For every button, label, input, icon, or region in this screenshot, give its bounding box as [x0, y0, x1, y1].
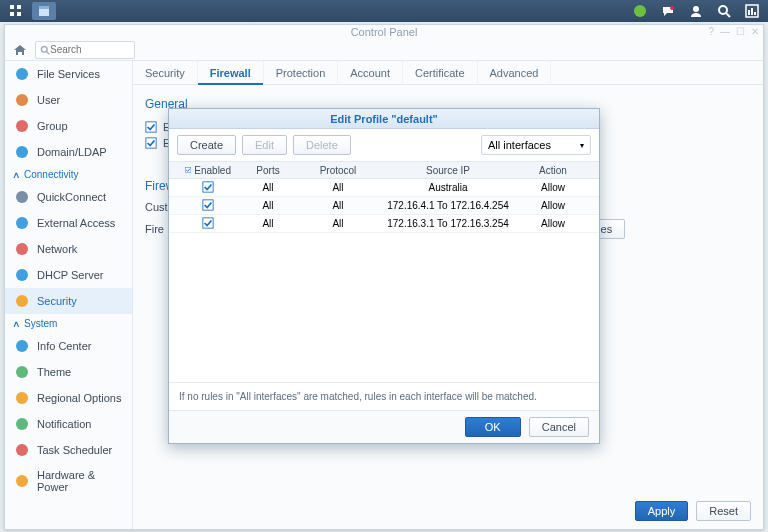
sidebar-item-label: Regional Options: [37, 392, 121, 404]
cell-action: Allow: [523, 218, 583, 229]
apply-button[interactable]: Apply: [635, 501, 689, 521]
maximize-icon[interactable]: ☐: [736, 25, 745, 39]
dashboard-icon[interactable]: [740, 2, 764, 20]
window-title-bar: Control Panel ? — ☐ ✕: [5, 25, 763, 39]
sidebar-item-domain-ldap[interactable]: Domain/LDAP: [5, 139, 132, 165]
cell-action: Allow: [523, 200, 583, 211]
svg-point-15: [41, 46, 47, 52]
cancel-button[interactable]: Cancel: [529, 417, 589, 437]
quickconnect-icon: [15, 190, 29, 204]
sidebar-item-theme[interactable]: Theme: [5, 359, 132, 385]
col-ports: Ports: [233, 165, 303, 176]
search-box[interactable]: [35, 41, 135, 59]
sidebar-item-user[interactable]: User: [5, 87, 132, 113]
table-row[interactable]: AllAllAustraliaAllow: [169, 179, 599, 197]
sidebar-item-task-scheduler[interactable]: Task Scheduler: [5, 437, 132, 463]
sidebar-category[interactable]: Connectivity: [5, 165, 132, 184]
checkbox-checked-icon[interactable]: [202, 181, 214, 193]
apps-grid-icon[interactable]: [4, 2, 28, 20]
tab-certificate[interactable]: Certificate: [403, 61, 478, 84]
cell-protocol: All: [303, 200, 373, 211]
svg-rect-35: [203, 181, 213, 191]
tab-advanced[interactable]: Advanced: [478, 61, 552, 84]
task-icon: [15, 443, 29, 457]
svg-rect-3: [17, 12, 21, 16]
dhcp-icon: [15, 268, 29, 282]
svg-rect-12: [748, 10, 750, 15]
info-icon: [15, 339, 29, 353]
table-row[interactable]: AllAll172.16.4.1 To 172.16.4.254Allow: [169, 197, 599, 215]
sidebar-category[interactable]: System: [5, 314, 132, 333]
sidebar-item-label: QuickConnect: [37, 191, 106, 203]
svg-point-29: [16, 418, 28, 430]
checkbox-checked-icon: [145, 121, 157, 133]
sidebar-item-label: Hardware & Power: [37, 469, 122, 493]
sidebar-item-network[interactable]: Network: [5, 236, 132, 262]
svg-point-7: [670, 6, 674, 10]
search-icon: [40, 45, 50, 55]
interface-select-value: All interfaces: [488, 139, 551, 151]
chat-icon[interactable]: [656, 2, 680, 20]
svg-point-20: [16, 146, 28, 158]
sidebar-item-file-services[interactable]: File Services: [5, 61, 132, 87]
status-leaf-icon[interactable]: [628, 2, 652, 20]
svg-line-16: [46, 51, 49, 54]
svg-rect-33: [146, 138, 156, 148]
sidebar-item-security[interactable]: Security: [5, 288, 132, 314]
sidebar-item-notification[interactable]: Notification: [5, 411, 132, 437]
svg-point-17: [16, 68, 28, 80]
checkbox-checked-icon[interactable]: [202, 217, 214, 229]
sidebar-item-quickconnect[interactable]: QuickConnect: [5, 184, 132, 210]
sidebar-item-label: DHCP Server: [37, 269, 103, 281]
app-task-icon[interactable]: [32, 2, 56, 20]
sidebar[interactable]: File ServicesUserGroupDomain/LDAPConnect…: [5, 61, 133, 529]
checkbox-checked-icon[interactable]: [202, 199, 214, 211]
table-row[interactable]: AllAll172.16.3.1 To 172.16.3.254Allow: [169, 215, 599, 233]
home-icon[interactable]: [11, 41, 29, 59]
sidebar-item-label: Network: [37, 243, 77, 255]
cell-ports: All: [233, 218, 303, 229]
svg-point-23: [16, 243, 28, 255]
tab-security[interactable]: Security: [133, 61, 198, 84]
sidebar-item-group[interactable]: Group: [5, 113, 132, 139]
sidebar-item-label: Task Scheduler: [37, 444, 112, 456]
search-input[interactable]: [50, 44, 120, 55]
sidebar-item-label: Domain/LDAP: [37, 146, 107, 158]
ok-button[interactable]: OK: [465, 417, 521, 437]
regional-icon: [15, 391, 29, 405]
create-button[interactable]: Create: [177, 135, 236, 155]
minimize-icon[interactable]: —: [720, 25, 730, 39]
notification-icon: [15, 417, 29, 431]
checkbox-checked-icon[interactable]: [185, 164, 191, 176]
sidebar-item-label: Notification: [37, 418, 91, 430]
user-icon: [15, 93, 29, 107]
cell-protocol: All: [303, 182, 373, 193]
svg-point-21: [16, 191, 28, 203]
edit-button[interactable]: Edit: [242, 135, 287, 155]
col-source: Source IP: [373, 165, 523, 176]
search-icon[interactable]: [712, 2, 736, 20]
delete-button[interactable]: Delete: [293, 135, 351, 155]
svg-point-18: [16, 94, 28, 106]
cell-ports: All: [233, 200, 303, 211]
reset-button[interactable]: Reset: [696, 501, 751, 521]
sidebar-item-label: Info Center: [37, 340, 91, 352]
sidebar-item-regional-options[interactable]: Regional Options: [5, 385, 132, 411]
tab-account[interactable]: Account: [338, 61, 403, 84]
user-icon[interactable]: [684, 2, 708, 20]
svg-point-27: [16, 366, 28, 378]
sidebar-item-external-access[interactable]: External Access: [5, 210, 132, 236]
folder-share-icon: [15, 67, 29, 81]
sidebar-item-dhcp-server[interactable]: DHCP Server: [5, 262, 132, 288]
cell-source: 172.16.3.1 To 172.16.3.254: [373, 218, 523, 229]
sidebar-item-hardware-power[interactable]: Hardware & Power: [5, 463, 132, 499]
tab-firewall[interactable]: Firewall: [198, 61, 264, 84]
sidebar-item-label: Security: [37, 295, 77, 307]
help-icon[interactable]: ?: [708, 25, 714, 39]
interface-select[interactable]: All interfaces: [481, 135, 591, 155]
close-icon[interactable]: ✕: [751, 25, 759, 39]
sidebar-item-info-center[interactable]: Info Center: [5, 333, 132, 359]
svg-rect-0: [10, 5, 14, 9]
svg-point-30: [16, 444, 28, 456]
tab-protection[interactable]: Protection: [264, 61, 339, 84]
